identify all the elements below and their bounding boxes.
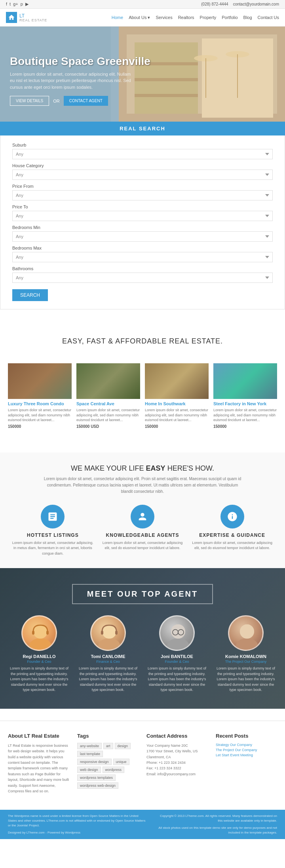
contact-line-4: Phone: +1 223 324 2434: [146, 761, 186, 765]
facebook-icon[interactable]: f: [6, 2, 7, 7]
bedrooms-max-select[interactable]: Any: [12, 252, 273, 262]
suburb-group: Suburb Any: [12, 143, 273, 159]
agent-role-1: Founder & Ceo: [8, 660, 70, 664]
nav-property[interactable]: Property: [200, 15, 217, 20]
agent-avatar-4: [228, 615, 264, 651]
svg-rect-21: [101, 631, 103, 635]
tag-web-design[interactable]: web design: [77, 767, 101, 773]
agent-card-2: Tomi CANLOIME Finance & Ceo Lorem ipsum …: [77, 615, 139, 693]
suburb-label: Suburb: [12, 143, 273, 147]
social-links[interactable]: f t g+ p ▶: [6, 2, 28, 7]
agent-grid: Regi DANIELLO Founder & Ceo Lorem ipsum …: [8, 615, 277, 693]
house-category-select[interactable]: Any: [12, 170, 273, 180]
contact-agent-button[interactable]: CONTACT AGENT: [64, 96, 108, 106]
logo-lt: LT: [19, 13, 25, 19]
youtube-icon[interactable]: ▶: [25, 2, 28, 7]
agent-role-2: Finance & Ceo: [77, 660, 139, 664]
footer: About LT Real Estate LT Real Estate is r…: [0, 721, 285, 810]
property-card-2[interactable]: Space Central Ave Lorem ipsum dolor sit …: [76, 363, 140, 429]
phone-number: (028) 872-4444: [201, 2, 228, 6]
property-card-3[interactable]: Home In Southwark Lorem ipsum dolor sit …: [145, 363, 209, 429]
tag-design[interactable]: design: [115, 743, 131, 749]
nav-realtors[interactable]: Realtors: [178, 15, 194, 20]
agent-desc-2: Lorem ipsum is simply dummy text of the …: [77, 666, 139, 693]
hero-content: Boutique Space Greenville Lorem ipsum do…: [10, 55, 150, 106]
svg-point-19: [98, 638, 120, 651]
suburb-select[interactable]: Any: [12, 149, 273, 159]
tag-wordpress[interactable]: wordpress: [103, 767, 125, 773]
feature-expertise: EXPERTISE & GUIDANCE Lorem ipsum dolor s…: [191, 505, 273, 557]
property-name-1: Luxury Three Room Condo: [8, 401, 72, 406]
bathrooms-select[interactable]: Any: [12, 273, 273, 283]
agent-avatar-1: [21, 615, 57, 651]
footer-tags: any-website art design last template res…: [77, 743, 139, 789]
listings-desc: Lorem ipsum dolor sit amet, consectetur …: [12, 540, 94, 557]
price-to-label: Price To: [12, 204, 273, 209]
footer-about-title: About LT Real Estate: [8, 733, 69, 739]
tag-unique[interactable]: unique: [113, 759, 129, 765]
tag-responsive-design[interactable]: responsive design: [77, 759, 112, 765]
easy-section-title: EASY, FAST & AFFORDABLE REAL ESTATE.: [8, 337, 277, 345]
pinterest-icon[interactable]: p: [21, 2, 23, 7]
nav-about[interactable]: About Us ▾: [129, 15, 150, 20]
nav-blog[interactable]: Blog: [243, 15, 252, 20]
agent-section-title: MEET OUR TOP AGENT: [87, 589, 198, 598]
property-price-1: 150000: [8, 424, 72, 429]
how-title-suffix: HERE'S HOW.: [165, 464, 214, 472]
property-price-4: 150000: [213, 424, 277, 429]
nav-services[interactable]: Services: [156, 15, 172, 20]
recent-post-3[interactable]: Let Start Event Meeting: [216, 753, 277, 757]
search-button[interactable]: SEARCH: [12, 289, 48, 301]
agent-card-1: Regi DANIELLO Founder & Ceo Lorem ipsum …: [8, 615, 70, 693]
price-to-select[interactable]: Any: [12, 211, 273, 221]
feature-agents: KNOWLEDGEABLE AGENTS Lorem ipsum dolor s…: [102, 505, 184, 557]
tag-art[interactable]: art: [103, 743, 113, 749]
tag-wordpress-templates[interactable]: wordpress templates: [77, 775, 116, 781]
search-form: Suburb Any House Category Any Price From…: [0, 135, 285, 309]
property-name-2: Space Central Ave: [76, 401, 140, 406]
expertise-icon: [220, 505, 244, 528]
agents-desc: Lorem ipsum dolor sit amet, consectetur …: [102, 540, 184, 551]
bathrooms-group: Bathrooms Any: [12, 266, 273, 283]
how-features: HOTTEST LISTINGS Lorem ipsum dolor sit a…: [8, 505, 277, 557]
footer-contact-title: Contact Address: [146, 733, 208, 739]
recent-post-2[interactable]: The Project Our Company: [216, 748, 277, 752]
property-desc-2: Lorem ipsum dolor sit amet, consectetur …: [76, 408, 140, 423]
easy-section: EASY, FAST & AFFORDABLE REAL ESTATE.: [0, 321, 285, 363]
tag-last-template[interactable]: last template: [77, 751, 103, 757]
price-from-group: Price From Any: [12, 184, 273, 200]
footer-tags-section: Tags any-website art design last templat…: [77, 733, 139, 794]
expertise-title: EXPERTISE & GUIDANCE: [191, 532, 273, 538]
footer-bottom: The Wordpress name is used under a limit…: [0, 810, 285, 839]
bedrooms-min-select[interactable]: Any: [12, 231, 273, 242]
property-card-1[interactable]: Luxury Three Room Condo Lorem ipsum dolo…: [8, 363, 72, 429]
agent-card-3: Joni BANTILOE Founder & Ceo Lorem ipsum …: [146, 615, 208, 693]
listings-title: HOTTEST LISTINGS: [12, 532, 94, 538]
nav-home[interactable]: Home: [112, 15, 123, 20]
footer-bottom-right: Copyright © 2013 LTheme.com. All rights …: [158, 814, 277, 835]
contact-line-3: Claretmont, CA: [146, 755, 171, 759]
view-details-button[interactable]: VIEW DETAILS: [10, 96, 49, 106]
footer-copyright-text: The Wordpress name is used under a limit…: [8, 814, 146, 828]
nav-portfolio[interactable]: Portfolio: [222, 15, 238, 20]
hero-description: Lorem ipsum dolor sit amet, consectetur …: [10, 71, 137, 91]
property-card-4[interactable]: Steel Factory in New York Lorem ipsum do…: [213, 363, 277, 429]
footer-contact-info: Your Company Name 20C 1700 Your Street, …: [146, 743, 208, 777]
hero-title: Boutique Space Greenville: [10, 55, 150, 68]
bathrooms-label: Bathrooms: [12, 266, 273, 271]
agent-desc-1: Lorem ipsum is simply dummy text of the …: [8, 666, 70, 693]
house-category-group: House Category Any: [12, 163, 273, 180]
nav-contact[interactable]: Contact Us: [258, 15, 279, 20]
tag-any-website[interactable]: any-website: [77, 743, 102, 749]
google-plus-icon[interactable]: g+: [13, 2, 18, 7]
footer-about: About LT Real Estate LT Real Estate is r…: [8, 733, 69, 794]
logo: LT REAL ESTATE: [6, 12, 47, 23]
tag-wordpress-web-design[interactable]: wordpress web-design: [77, 782, 118, 789]
logo-text: LT REAL ESTATE: [19, 13, 47, 22]
twitter-icon[interactable]: t: [10, 2, 11, 7]
bedrooms-max-label: Bedrooms Max: [12, 246, 273, 250]
agents-icon: [131, 505, 154, 528]
price-from-select[interactable]: Any: [12, 190, 273, 200]
recent-post-1[interactable]: Strategy Our Company: [216, 743, 277, 747]
footer-recent-posts: Recent Posts Strategy Our Company The Pr…: [216, 733, 277, 794]
